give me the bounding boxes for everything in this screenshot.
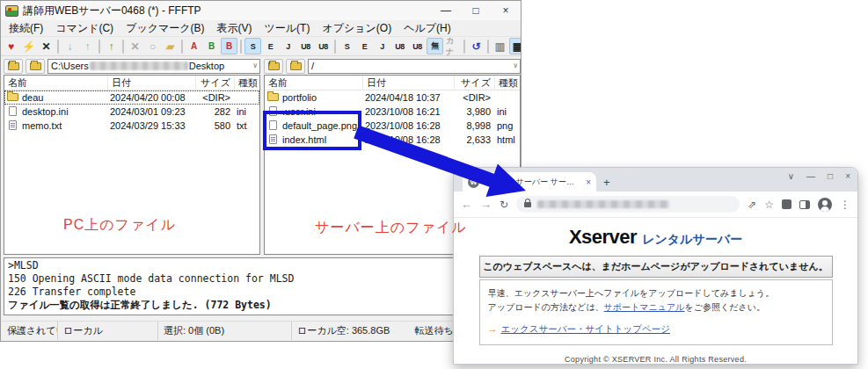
file-row[interactable]: default_page.png 2023/10/08 16:28 8,998 … (265, 119, 520, 133)
arrow-bullet-icon: → (488, 322, 498, 336)
local-kanji-jis-button[interactable]: J (280, 38, 296, 54)
file-size: 282 (196, 106, 235, 117)
bookmark-star-icon[interactable]: ☆ (764, 199, 774, 211)
browser-chevron-icon[interactable]: ∨ (788, 171, 794, 181)
local-kanji-euc-button[interactable]: E (262, 38, 279, 54)
delete-button[interactable]: ✕ (127, 38, 143, 54)
redacted-username (90, 62, 188, 70)
transfer-auto-button[interactable]: B (221, 38, 237, 54)
file-size: 2,633 (455, 134, 495, 145)
quick-connect-button[interactable]: ⚡ (20, 38, 37, 54)
extensions-icon[interactable] (782, 199, 791, 209)
maximize-button[interactable]: □ (461, 1, 491, 20)
url-omnibox[interactable] (516, 196, 740, 213)
rename-button[interactable]: ○ (144, 38, 161, 54)
menu-item[interactable]: オプション(O) (316, 20, 398, 37)
site-top-link[interactable]: エックスサーバー・サイトトップページ (501, 322, 670, 336)
share-icon[interactable]: ⇗ (748, 199, 756, 211)
mirror-upload-button[interactable]: ↑ (103, 38, 120, 54)
upload-button[interactable]: ↑ (79, 38, 96, 54)
local-path-combo[interactable]: C:\Users Desktop ∨ (47, 59, 260, 74)
host-kanji-sjis-button[interactable]: S (339, 38, 355, 54)
menu-item[interactable]: 表示(V) (211, 20, 259, 37)
list-view-button[interactable]: ▥ (492, 38, 508, 54)
column-header-date[interactable]: 日付 (363, 76, 455, 90)
browser-maximize-button[interactable]: □ (828, 171, 833, 181)
up-arrow-icon: ↑ (7, 60, 11, 68)
column-header-type[interactable]: 種類 (495, 76, 521, 90)
file-icon (9, 106, 17, 116)
file-type: ini (235, 106, 260, 117)
forward-icon[interactable]: → (480, 198, 492, 211)
connect-button[interactable]: ♥ (3, 38, 19, 54)
open-folder-icon (290, 62, 302, 70)
browser-close-button[interactable]: × (845, 171, 850, 181)
transfer-binary-button[interactable]: B (203, 38, 220, 54)
logo-secondary: レンタルサーバー (642, 232, 742, 248)
close-button[interactable]: × (491, 1, 521, 20)
browser-minimize-button[interactable]: — (806, 171, 815, 181)
file-size: 580 (196, 120, 235, 131)
remote-updir-button[interactable]: ↑ (264, 59, 283, 74)
back-icon[interactable]: ← (461, 198, 472, 211)
browser-menu-icon[interactable]: ⋮ (840, 199, 850, 211)
column-header-size[interactable]: サイズ (455, 76, 495, 90)
download-button[interactable]: ↓ (62, 38, 78, 54)
mkdir-button[interactable]: ▰ (162, 38, 179, 54)
file-row[interactable]: desktop.ini 2024/03/01 09:23 282 ini (4, 105, 259, 119)
ftp-log[interactable]: >MLSD 150 Opening ASCII mode data connec… (4, 257, 520, 315)
new-tab-button[interactable]: + (603, 176, 610, 189)
file-row[interactable]: index.html 2023/10/08 16:28 2,633 html r (265, 133, 520, 147)
transfer-ascii-button[interactable]: A (186, 38, 202, 54)
disconnect-button[interactable]: ✕ (38, 38, 55, 54)
local-updir-button[interactable]: ↑ (4, 59, 23, 74)
host-kanji-none-button[interactable]: 無 (427, 38, 443, 54)
column-header-size[interactable]: サイズ (196, 76, 235, 90)
file-row[interactable]: memo.txt 2024/03/29 15:33 580 txt (4, 119, 259, 133)
refresh-button[interactable]: ↺ (468, 38, 485, 54)
column-header-name[interactable]: 名前 (4, 76, 108, 90)
host-kanji-euc-button[interactable]: E (356, 38, 373, 54)
reload-icon[interactable]: ↻ (500, 199, 508, 211)
column-header-name[interactable]: 名前 (265, 76, 363, 90)
file-row[interactable]: portfolio 2024/04/18 10:37 <DIR> r (265, 90, 520, 105)
menu-item[interactable]: ツール(T) (259, 20, 317, 37)
file-date: 2024/04/20 00:08 (108, 92, 196, 103)
local-kanji-utf8b-button[interactable]: U8 (315, 38, 332, 54)
local-path-suffix: Desktop (189, 61, 224, 71)
local-pathbar: ↑ C:\Users Desktop ∨ (4, 57, 260, 75)
column-header-date[interactable]: 日付 (108, 76, 196, 90)
menu-item[interactable]: コマンド(C) (49, 20, 120, 37)
file-row[interactable]: deau 2024/04/20 00:08 <DIR> (4, 90, 259, 105)
toolbar-separator (98, 40, 100, 54)
window-title: 講師用WEBサーバー0468 (*) - FFFTP (23, 4, 201, 18)
column-header-type[interactable]: 種類 (235, 76, 260, 90)
remote-column-headers: 名前 日付 サイズ 種類 属 (265, 76, 520, 90)
remote-path-combo[interactable]: / ∨ (308, 59, 521, 74)
profile-avatar[interactable] (818, 198, 832, 212)
host-kanji-utf8n-button[interactable]: U8 (391, 38, 408, 54)
local-open-folder-button[interactable] (26, 59, 45, 74)
detail-view-button[interactable]: ▦ (509, 38, 522, 54)
remote-open-folder-button[interactable] (286, 59, 305, 74)
support-manual-link[interactable]: サポートマニュアル (604, 302, 685, 312)
host-kanji-jis-button[interactable]: J (374, 38, 390, 54)
file-name: index.html (281, 134, 363, 145)
toolbar-separator (181, 40, 183, 54)
kana-convert-button[interactable]: カナ (444, 38, 461, 54)
ffftp-window: 講師用WEBサーバー0468 (*) - FFFTP — □ × 接続(F) コ… (0, 0, 522, 342)
side-panel-icon[interactable] (799, 200, 810, 209)
host-kanji-utf8b-button[interactable]: U8 (409, 38, 426, 54)
menu-item[interactable]: 接続(F) (3, 20, 49, 37)
local-kanji-utf8n-button[interactable]: U8 (297, 38, 314, 54)
local-kanji-sjis-button[interactable]: S (244, 38, 261, 54)
menu-item[interactable]: ブックマーク(B) (120, 20, 210, 37)
minimize-button[interactable]: — (431, 1, 461, 20)
file-row[interactable]: .user.ini 2023/10/08 16:21 3,980 ini r (265, 105, 520, 119)
dropdown-arrow-icon[interactable]: ∨ (252, 62, 258, 69)
xserver-logo: Xserver レンタルサーバー (454, 226, 857, 249)
tab-close-icon[interactable]: × (586, 177, 591, 187)
file-size: 3,980 (455, 106, 495, 117)
dropdown-arrow-icon[interactable]: ∨ (513, 62, 518, 69)
browser-tab[interactable]: W エックスサーバー サーバー初期ページ × (463, 172, 596, 192)
